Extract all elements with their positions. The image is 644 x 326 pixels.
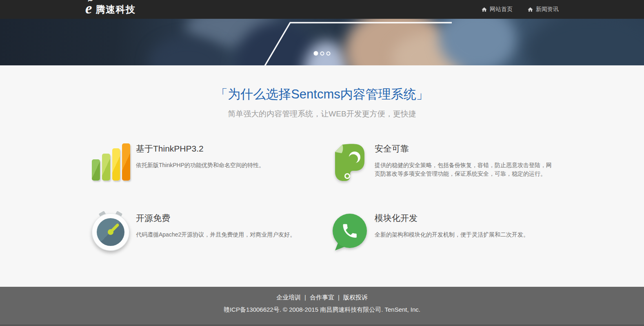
footer-separator: | [304,294,306,301]
nav-item-label: 网站首页 [490,6,513,13]
feature-desc: 全新的架构和模块化的开发机制，便于灵活扩展和二次开发。 [375,230,529,239]
feature-title: 开源免费 [136,213,295,223]
carousel-dot-2[interactable] [320,51,324,56]
feature-body: 开源免费 代码遵循Apache2开源协议，并且免费使用，对商业用户友好。 [136,212,295,239]
carousel-dot-1[interactable] [314,51,318,56]
feature-title: 安全可靠 [375,143,553,154]
hero-carousel[interactable] [0,19,644,65]
feature-modular: 模块化开发 全新的架构和模块化的开发机制，便于灵活扩展和二次开发。 [330,212,553,251]
logo[interactable]: e 腾速科技 [85,2,135,17]
features-grid: 基于ThinkPHP3.2 依托新版ThinkPHP的功能优势和命名空间的特性。… [91,142,553,251]
footer-link-cooperation[interactable]: 合作事宜 [310,294,334,301]
feature-title: 模块化开发 [375,213,529,223]
home-icon [527,7,533,13]
stopwatch-face [92,213,129,251]
nav-item-news[interactable]: 新闻资讯 [527,6,559,13]
feature-desc: 提供的稳健的安全策略，包括备份恢复，容错，防止恶意攻击登陆，网页防篡改等多项安全… [375,161,553,178]
feature-body: 模块化开发 全新的架构和模块化的开发机制，便于灵活扩展和二次开发。 [375,212,529,239]
feature-security: 安全可靠 提供的稳健的安全策略，包括备份恢复，容错，防止恶意攻击登陆，网页防篡改… [330,142,553,181]
main-content: 「为什么选择Sentcms内容管理系统」 简单强大的内容管理系统，让WEB开发更… [0,65,644,287]
feature-opensource: 开源免费 代码遵循Apache2开源协议，并且免费使用，对商业用户友好。 [91,212,314,251]
top-navbar: e 腾速科技 网站首页 新闻资讯 [0,0,644,19]
bar-chart-bar [102,154,110,181]
stopwatch-icon [91,212,130,251]
main-nav: 网站首页 新闻资讯 [481,6,559,13]
feature-thinkphp: 基于ThinkPHP3.2 依托新版ThinkPHP的功能优势和命名空间的特性。 [91,142,314,181]
footer-links: 企业培训|合作事宜|版权投诉 [0,293,644,301]
section-title: 「为什么选择Sentcms内容管理系统」 [0,85,644,103]
bar-chart-icon [91,142,130,181]
footer-separator: | [338,294,340,301]
bar-chart-bar [92,159,100,181]
nav-item-home[interactable]: 网站首页 [481,6,513,13]
footer-link-copyright-complaint[interactable]: 版权投诉 [343,294,368,301]
feature-title: 基于ThinkPHP3.2 [136,143,264,154]
footer-bottom-strip [0,324,644,326]
footer-copyright: 赣ICP备13006622号. © 2008-2015 南昌腾速科技有限公司. … [0,305,644,314]
bar-chart-bar [122,143,130,181]
feature-body: 安全可靠 提供的稳健的安全策略，包括备份恢复，容错，防止恶意攻击登陆，网页防篡改… [375,142,553,178]
evernote-elephant-icon [330,142,369,181]
whatsapp-icon [330,212,369,251]
section-subtitle: 简单强大的内容管理系统，让WEB开发更方便，更快捷 [0,108,644,119]
navbar-inner: e 腾速科技 网站首页 新闻资讯 [85,0,559,19]
carousel-dots [314,51,331,56]
feature-desc: 代码遵循Apache2开源协议，并且免费使用，对商业用户友好。 [136,230,295,239]
carousel-dot-3[interactable] [326,51,331,56]
feature-body: 基于ThinkPHP3.2 依托新版ThinkPHP的功能优势和命名空间的特性。 [136,142,264,170]
home-icon [481,7,487,13]
footer-link-training[interactable]: 企业培训 [276,294,301,301]
logo-text: 腾速科技 [95,3,135,16]
nav-item-label: 新闻资讯 [536,6,559,13]
bar-chart-bar [112,148,120,181]
hero-decorative-line [0,19,644,65]
dragon-e-logo-icon: e [85,1,92,16]
feature-desc: 依托新版ThinkPHP的功能优势和命名空间的特性。 [136,161,264,170]
stopwatch-hub [108,229,113,235]
footer: 企业培训|合作事宜|版权投诉 赣ICP备13006622号. © 2008-20… [0,287,644,326]
